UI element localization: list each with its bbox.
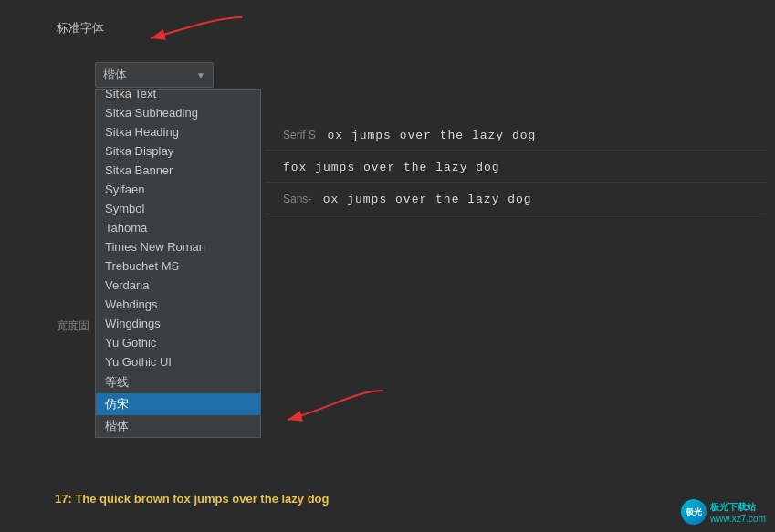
section-label-wide: 宽度固 <box>57 303 89 349</box>
font-list-item[interactable]: Symbol <box>96 199 260 218</box>
font-list-item[interactable]: Times New Roman <box>96 237 260 256</box>
watermark-logo-text: 极光 <box>686 506 702 518</box>
font-list-item[interactable]: 楷体 <box>96 415 260 437</box>
dropdown-arrow-icon: ▼ <box>196 70 205 80</box>
font-list-item[interactable]: Sitka Subheading <box>96 103 260 122</box>
section-label-serif <box>57 166 89 212</box>
watermark: 极光 极光下载站 www.xz7.com <box>681 499 766 525</box>
preview-text-2: fox jumps over the lazy dog <box>283 161 500 174</box>
preview-row-3: Sans- ox jumps over the lazy dog <box>265 183 766 214</box>
font-list-item[interactable]: Tahoma <box>96 218 260 237</box>
font-list-item[interactable]: Sitka Banner <box>96 161 260 180</box>
section-labels: 宽度固 <box>57 166 89 349</box>
section-label-sans <box>57 257 89 303</box>
preview-text-3: ox jumps over the lazy dog <box>323 193 532 206</box>
font-list-item[interactable]: Sitka Text <box>96 90 260 103</box>
font-list-item[interactable]: Verdana <box>96 276 260 295</box>
main-container: 标准字体 楷体 ▼ 宋体新宋体SimSun-ExtBSitka SmallSit… <box>0 0 775 532</box>
font-list-item[interactable]: Sylfaen <box>96 180 260 199</box>
sans-label: Sans- <box>283 193 311 205</box>
serif-label: Serif S <box>283 129 316 141</box>
arrow-annotation-1 <box>141 13 251 49</box>
font-dropdown[interactable]: 楷体 ▼ <box>95 62 214 88</box>
font-list-item[interactable]: 仿宋 <box>96 393 260 415</box>
dropdown-value: 楷体 <box>103 67 127 83</box>
section-label-empty <box>57 212 89 257</box>
font-list-item[interactable]: Sitka Heading <box>96 122 260 141</box>
bottom-preview-text: 17: The quick brown fox jumps over the l… <box>55 492 330 506</box>
font-list-item[interactable]: Webdings <box>96 295 260 314</box>
font-list-item[interactable]: Trebuchet MS <box>96 256 260 276</box>
bottom-preview: 17: The quick brown fox jumps over the l… <box>55 490 330 506</box>
arrow-annotation-2 <box>274 381 393 427</box>
watermark-url: www.xz7.com <box>710 514 766 524</box>
preview-row-2: fox jumps over the lazy dog <box>265 151 766 183</box>
font-list-item[interactable]: Yu Gothic UI <box>96 352 260 371</box>
watermark-logo: 极光 <box>681 499 707 525</box>
font-list-item[interactable]: Yu Gothic <box>96 333 260 352</box>
font-list-item[interactable]: 等线 <box>96 371 260 393</box>
preview-area: Serif S ox jumps over the lazy dog fox j… <box>265 119 766 214</box>
watermark-site-label: 极光下载站 <box>710 501 756 514</box>
watermark-text-block: 极光下载站 www.xz7.com <box>710 501 766 524</box>
font-list-item[interactable]: Wingdings <box>96 314 260 333</box>
preview-row-1: Serif S ox jumps over the lazy dog <box>265 119 766 151</box>
font-list-item[interactable]: Sitka Display <box>96 141 260 161</box>
standard-font-label: 标准字体 <box>57 20 104 37</box>
preview-text-1: ox jumps over the lazy dog <box>327 129 536 142</box>
font-list-dropdown: 宋体新宋体SimSun-ExtBSitka SmallSitka TextSit… <box>95 89 261 438</box>
font-list-inner[interactable]: 宋体新宋体SimSun-ExtBSitka SmallSitka TextSit… <box>96 90 260 437</box>
